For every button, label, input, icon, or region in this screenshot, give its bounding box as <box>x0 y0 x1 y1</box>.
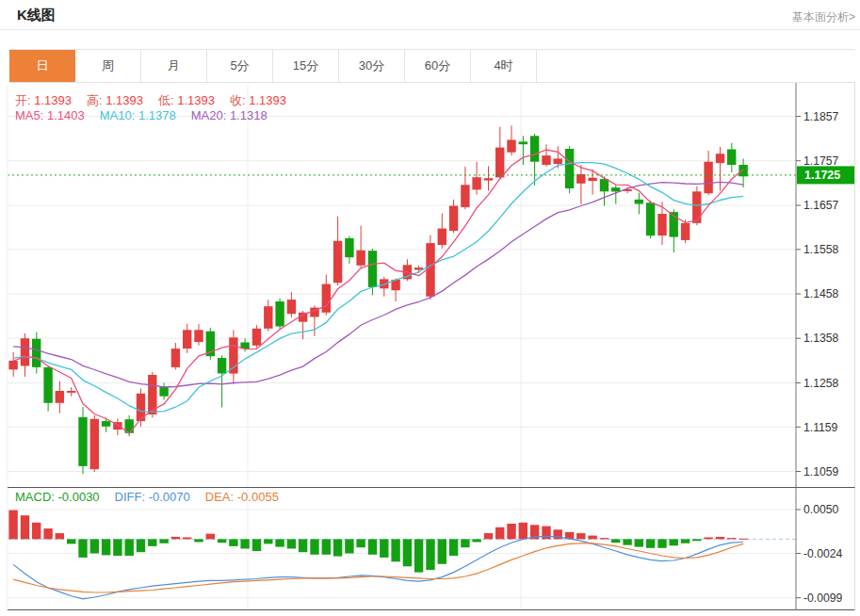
tab-月[interactable]: 月 <box>141 50 207 82</box>
macd-histogram <box>8 511 747 573</box>
candle-body <box>345 238 353 257</box>
macd-bar <box>403 539 412 566</box>
tab-日[interactable]: 日 <box>9 50 75 82</box>
macd-bar <box>299 539 307 552</box>
tab-4时[interactable]: 4时 <box>471 50 537 82</box>
candle-body <box>484 178 493 180</box>
macd-bar <box>240 539 249 548</box>
candle-body <box>56 391 64 403</box>
price-tick-label: 1.1657 <box>803 199 838 212</box>
macd-bar <box>380 539 388 558</box>
macd-bar <box>576 533 585 539</box>
candle-body <box>472 177 480 189</box>
macd-bar <box>252 539 261 551</box>
macd-bar <box>391 539 399 561</box>
candle-body <box>565 149 574 188</box>
macd-bar <box>646 539 655 547</box>
tab-5分[interactable]: 5分 <box>207 50 273 82</box>
macd-bar <box>484 533 493 539</box>
candle-body <box>333 241 342 283</box>
candle-body <box>183 330 191 349</box>
price-tick-label: 1.1558 <box>803 243 838 256</box>
macd-bar <box>78 539 87 558</box>
candle-body <box>727 150 736 166</box>
macd-bar <box>113 539 122 556</box>
macd-bar <box>206 534 215 540</box>
candle-body <box>67 391 75 393</box>
macd-bar <box>21 515 29 539</box>
candle-body <box>554 158 562 164</box>
ma10-line <box>13 163 743 413</box>
macd-bar <box>148 539 156 546</box>
tab-60分[interactable]: 60分 <box>405 50 471 82</box>
candle-body <box>635 200 643 204</box>
candle-body <box>90 419 99 469</box>
candle-body <box>356 251 365 266</box>
macd-bar <box>519 523 527 540</box>
macd-bar <box>287 539 296 548</box>
candle-body <box>252 329 261 346</box>
dea-line <box>13 543 743 592</box>
candle-body <box>716 154 724 163</box>
candle-body <box>229 337 237 373</box>
macd-bar <box>333 539 342 556</box>
macd-bar <box>623 539 631 544</box>
kline-chart[interactable]: 1.18571.17571.16571.15581.14581.13581.12… <box>0 83 860 616</box>
candle-body <box>646 203 655 235</box>
macd-tick-label: -0.0099 <box>803 592 843 605</box>
candle-body <box>159 386 168 396</box>
macd-bar <box>414 539 423 572</box>
candle-body <box>218 358 226 374</box>
page-title: K线图 <box>17 7 56 24</box>
price-tick-label: 1.1258 <box>803 377 838 390</box>
macd-bar <box>704 538 712 540</box>
candle-body <box>530 136 539 161</box>
macd-bar <box>102 539 110 555</box>
macd-bar <box>159 539 168 543</box>
macd-bar <box>461 539 469 547</box>
candle-body <box>194 330 203 342</box>
header-divider <box>0 29 860 30</box>
fundamental-analysis-link[interactable]: 基本面分析> <box>792 9 855 25</box>
macd-bar <box>218 539 226 543</box>
macd-bar <box>356 539 365 547</box>
tab-15分[interactable]: 15分 <box>273 50 339 82</box>
macd-bar <box>588 536 596 540</box>
macd-bar <box>229 539 237 546</box>
macd-bar <box>32 523 41 540</box>
macd-bar <box>635 539 643 546</box>
price-tick-label: 1.1458 <box>803 287 838 300</box>
price-tick-label: 1.1059 <box>803 465 838 478</box>
macd-bar <box>670 539 678 545</box>
macd-bar <box>90 539 99 553</box>
candle-body <box>542 155 550 165</box>
candle-body <box>275 301 284 327</box>
candle-body <box>495 148 504 178</box>
macd-bar <box>310 539 318 554</box>
candle-body <box>657 214 666 235</box>
tab-周[interactable]: 周 <box>75 50 141 82</box>
macd-bar <box>368 539 377 554</box>
macd-bar <box>125 539 134 556</box>
macd-bar <box>8 511 17 540</box>
macd-tick-label: -0.0024 <box>803 547 843 560</box>
candle-body <box>43 367 52 403</box>
current-price-tag: 1.1725 <box>797 166 854 184</box>
candle-body <box>692 191 701 223</box>
candle-body <box>611 187 620 191</box>
tab-30分[interactable]: 30分 <box>339 50 405 82</box>
macd-tick-label: 0.0050 <box>803 503 838 516</box>
macd-bar <box>681 539 690 543</box>
candle-body <box>449 206 458 232</box>
candle-body <box>438 229 446 246</box>
candle-body <box>32 339 41 367</box>
macd-bar <box>472 539 480 542</box>
macd-bar <box>345 539 353 553</box>
candle-body <box>78 417 87 466</box>
macd-bar <box>183 538 191 540</box>
macd-bar <box>611 539 620 543</box>
macd-bar <box>171 537 180 540</box>
candle-body <box>322 284 331 313</box>
macd-bar <box>56 533 64 539</box>
axis-labels: 1.18571.17571.16571.15581.14581.13581.12… <box>796 110 843 605</box>
